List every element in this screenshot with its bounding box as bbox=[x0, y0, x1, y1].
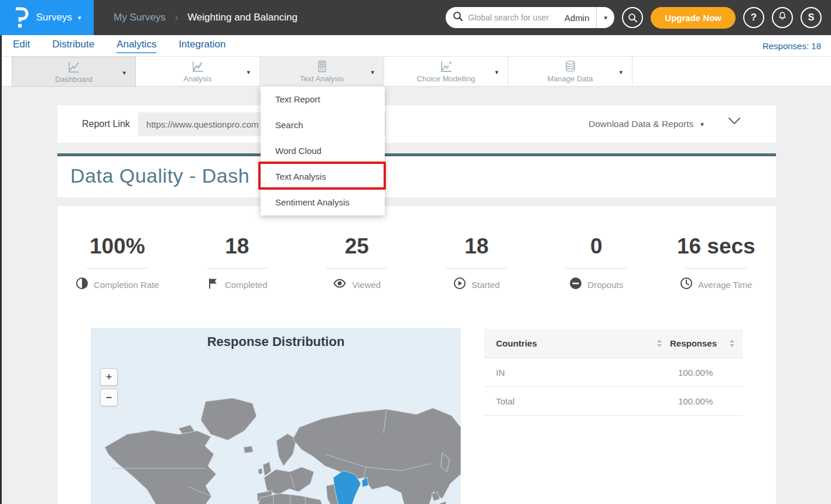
stat-dropouts: 0 Dropouts bbox=[536, 234, 656, 292]
stat-value: 25 bbox=[345, 234, 369, 259]
questionpro-logo bbox=[13, 4, 30, 31]
top-bar: Surveys ▾ My Surveys › Weighting and Bal… bbox=[0, 0, 831, 35]
zoom-in-button[interactable]: + bbox=[100, 368, 118, 386]
countries-table-header: Countries Responses bbox=[484, 329, 743, 358]
search-scope-dropdown[interactable]: ▾ bbox=[597, 15, 614, 21]
stat-completed: 18 Completed bbox=[177, 234, 297, 292]
countries-table: Countries Responses IN 100.00% Total 100… bbox=[484, 329, 743, 416]
play-icon bbox=[453, 277, 466, 292]
tab-text-analysis[interactable]: Text Analysis ▾ bbox=[260, 57, 384, 87]
bell-icon bbox=[777, 11, 788, 24]
question-mark-icon: ? bbox=[751, 12, 757, 23]
tab-label: Text Analysis bbox=[300, 74, 344, 83]
column-header-countries[interactable]: Countries bbox=[496, 338, 654, 348]
stat-completion-rate: 100% Completion Rate bbox=[57, 234, 177, 292]
sort-icon[interactable] bbox=[657, 340, 662, 347]
search-scope-label: Admin bbox=[565, 13, 597, 23]
column-header-responses[interactable]: Responses bbox=[670, 338, 726, 348]
breadcrumb-my-surveys[interactable]: My Surveys bbox=[114, 12, 166, 23]
menu-item-text-analysis[interactable]: Text Analysis bbox=[261, 164, 385, 190]
database-icon bbox=[563, 60, 577, 74]
tab-manage-data[interactable]: Manage Data ▾ bbox=[508, 57, 632, 87]
avatar-initial: S bbox=[808, 12, 815, 23]
download-label: Download Data & Reports bbox=[589, 119, 693, 129]
stat-value: 16 secs bbox=[677, 234, 755, 259]
tab-dashboard[interactable]: Dashboard ▾ bbox=[12, 57, 136, 87]
download-data-reports-dropdown[interactable]: Download Data & Reports ▾ bbox=[589, 105, 704, 143]
search-icon bbox=[453, 11, 463, 24]
nav-item-integration[interactable]: Integration bbox=[179, 39, 225, 53]
stat-label: Average Time bbox=[698, 280, 752, 290]
caret-down-icon: ▾ bbox=[122, 70, 126, 76]
notifications-button[interactable] bbox=[772, 7, 793, 28]
flag-icon bbox=[207, 277, 220, 292]
stat-label: Completion Rate bbox=[94, 280, 159, 290]
responses-count: Responses: 18 bbox=[762, 41, 821, 51]
dashboard-title-card: Data Quality - Dash bbox=[57, 153, 776, 197]
stat-value: 18 bbox=[464, 234, 488, 259]
topbar-actions: Admin ▾ Upgrade Now ? S bbox=[446, 7, 831, 29]
breadcrumb: My Surveys › Weighting and Balancing bbox=[114, 12, 297, 23]
tab-analysis[interactable]: Analysis ▾ bbox=[136, 57, 260, 87]
help-button[interactable]: ? bbox=[743, 7, 764, 28]
caret-down-icon: ▾ bbox=[247, 69, 250, 76]
country-cell: Total bbox=[496, 396, 654, 406]
search-button[interactable] bbox=[622, 7, 643, 28]
product-label: Surveys bbox=[36, 12, 72, 23]
trend-lines-icon bbox=[191, 60, 205, 74]
caret-down-icon: ▾ bbox=[78, 15, 81, 21]
survey-nav: Edit Distribute Analytics Integration Re… bbox=[0, 35, 831, 57]
survey-nav-links: Edit Distribute Analytics Integration bbox=[13, 39, 225, 53]
stat-label: Started bbox=[471, 280, 500, 290]
page-title: Data Quality - Dash bbox=[70, 164, 249, 187]
stat-viewed: 25 Viewed bbox=[297, 234, 417, 292]
collapse-section-button[interactable] bbox=[728, 117, 741, 128]
upgrade-now-button[interactable]: Upgrade Now bbox=[651, 7, 736, 29]
dashboard-card: 100% Completion Rate 18 Completed 25 Vie… bbox=[57, 206, 776, 504]
divider bbox=[87, 268, 148, 269]
stat-average-time: 16 secs Average Time bbox=[656, 234, 777, 292]
report-link-label: Report Link bbox=[82, 119, 130, 129]
menu-item-word-cloud[interactable]: Word Cloud bbox=[261, 138, 385, 164]
tab-label: Dashboard bbox=[55, 75, 93, 84]
world-map[interactable] bbox=[91, 398, 461, 504]
text-analysis-menu: Text Report Search Word Cloud Text Analy… bbox=[261, 87, 385, 215]
divider bbox=[686, 268, 747, 269]
map-title: Response Distribution bbox=[91, 334, 461, 349]
caret-down-icon: ▾ bbox=[371, 69, 374, 76]
caret-down-icon: ▾ bbox=[619, 69, 623, 76]
breadcrumb-survey-name: Weighting and Balancing bbox=[187, 12, 297, 23]
stat-value: 0 bbox=[590, 234, 603, 259]
nav-item-analytics[interactable]: Analytics bbox=[117, 39, 156, 53]
minus-circle-icon bbox=[569, 277, 582, 292]
surveys-product-menu[interactable]: Surveys ▾ bbox=[0, 0, 94, 35]
nav-item-distribute[interactable]: Distribute bbox=[52, 39, 94, 53]
divider bbox=[326, 268, 387, 269]
caret-down-icon: ▾ bbox=[495, 69, 498, 76]
text-report-icon bbox=[315, 60, 329, 74]
country-cell: IN bbox=[496, 368, 654, 378]
table-row: IN 100.00% bbox=[484, 358, 743, 387]
responses-cell: 100.00% bbox=[678, 396, 734, 406]
response-distribution-map[interactable]: Response Distribution + − bbox=[91, 328, 461, 504]
sort-icon[interactable] bbox=[730, 340, 734, 347]
menu-item-sentiment-analysis[interactable]: Sentiment Analysis bbox=[261, 190, 385, 215]
stat-label: Viewed bbox=[352, 280, 381, 290]
menu-item-text-report[interactable]: Text Report bbox=[261, 87, 385, 112]
analytics-toolbar: Dashboard ▾ Analysis ▾ Text Analysis ▾ C… bbox=[0, 57, 831, 87]
nav-item-edit[interactable]: Edit bbox=[13, 39, 30, 53]
account-avatar[interactable]: S bbox=[801, 7, 822, 28]
divider bbox=[207, 268, 268, 269]
global-search: Admin ▾ bbox=[446, 7, 614, 28]
tab-label: Analysis bbox=[183, 74, 211, 83]
stat-started: 18 Started bbox=[417, 234, 537, 292]
tab-label: Manage Data bbox=[547, 74, 593, 83]
global-search-input[interactable] bbox=[468, 13, 564, 22]
divider bbox=[566, 268, 627, 269]
menu-item-search[interactable]: Search bbox=[261, 112, 385, 138]
half-circle-icon bbox=[76, 277, 88, 292]
scatter-chart-icon bbox=[439, 60, 453, 74]
tab-choice-modelling[interactable]: Choice Modelling ▾ bbox=[384, 57, 508, 87]
stats-row: 100% Completion Rate 18 Completed 25 Vie… bbox=[57, 206, 776, 292]
clock-icon bbox=[680, 277, 693, 292]
